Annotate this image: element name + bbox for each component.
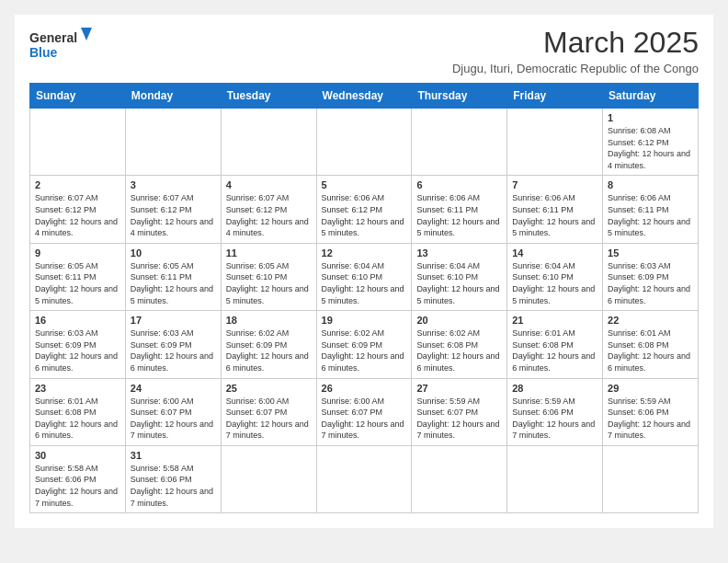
calendar-cell: 16Sunrise: 6:03 AMSunset: 6:09 PMDayligh… [30, 311, 126, 378]
page: GeneralBlue March 2025 Djugu, Ituri, Dem… [15, 15, 713, 528]
calendar-cell: 26Sunrise: 6:00 AMSunset: 6:07 PMDayligh… [316, 378, 412, 445]
day-number: 23 [35, 383, 120, 394]
calendar-cell: 5Sunrise: 6:06 AMSunset: 6:12 PMDaylight… [316, 176, 412, 243]
day-info: Sunrise: 6:05 AMSunset: 6:10 PMDaylight:… [226, 260, 312, 306]
day-info: Sunrise: 6:07 AMSunset: 6:12 PMDaylight:… [35, 192, 120, 238]
weekday-header: Saturday [603, 84, 699, 109]
calendar-cell [316, 445, 412, 512]
day-number: 5 [322, 179, 407, 190]
day-number: 22 [608, 315, 693, 326]
weekday-header: Monday [125, 84, 221, 109]
day-number: 17 [131, 315, 216, 326]
calendar-cell [316, 109, 412, 176]
day-info: Sunrise: 6:05 AMSunset: 6:11 PMDaylight:… [35, 260, 120, 306]
day-number: 8 [608, 179, 693, 190]
calendar-cell: 14Sunrise: 6:04 AMSunset: 6:10 PMDayligh… [507, 243, 603, 310]
month-title: March 2025 [452, 26, 699, 60]
calendar-cell: 13Sunrise: 6:04 AMSunset: 6:10 PMDayligh… [412, 243, 507, 310]
calendar-cell [412, 445, 507, 512]
calendar-table: SundayMondayTuesdayWednesdayThursdayFrid… [29, 83, 699, 513]
calendar-week-row: 30Sunrise: 5:58 AMSunset: 6:06 PMDayligh… [30, 445, 699, 512]
day-number: 2 [35, 179, 120, 190]
day-number: 9 [35, 247, 120, 259]
day-info: Sunrise: 6:08 AMSunset: 6:12 PMDaylight:… [608, 125, 693, 171]
day-number: 7 [512, 179, 597, 190]
day-info: Sunrise: 6:00 AMSunset: 6:07 PMDaylight:… [322, 396, 407, 442]
weekday-header: Wednesday [316, 84, 412, 109]
day-info: Sunrise: 6:04 AMSunset: 6:10 PMDaylight:… [512, 260, 597, 306]
calendar-cell: 3Sunrise: 6:07 AMSunset: 6:12 PMDaylight… [125, 176, 221, 243]
day-info: Sunrise: 6:03 AMSunset: 6:09 PMDaylight:… [35, 327, 120, 373]
calendar-cell: 20Sunrise: 6:02 AMSunset: 6:08 PMDayligh… [412, 311, 507, 378]
calendar-cell [125, 109, 221, 176]
calendar-week-row: 1Sunrise: 6:08 AMSunset: 6:12 PMDaylight… [30, 109, 699, 176]
generalblue-logo-icon: GeneralBlue [29, 26, 94, 63]
calendar-cell: 21Sunrise: 6:01 AMSunset: 6:08 PMDayligh… [507, 311, 603, 378]
calendar-cell [603, 445, 699, 512]
day-info: Sunrise: 6:05 AMSunset: 6:11 PMDaylight:… [131, 260, 216, 306]
calendar-cell [412, 109, 507, 176]
calendar-cell: 12Sunrise: 6:04 AMSunset: 6:10 PMDayligh… [316, 243, 412, 310]
day-number: 16 [35, 315, 120, 326]
calendar-week-row: 16Sunrise: 6:03 AMSunset: 6:09 PMDayligh… [30, 311, 699, 378]
day-number: 19 [322, 315, 407, 326]
calendar-cell: 25Sunrise: 6:00 AMSunset: 6:07 PMDayligh… [221, 378, 316, 445]
calendar-cell: 8Sunrise: 6:06 AMSunset: 6:11 PMDaylight… [603, 176, 699, 243]
day-info: Sunrise: 6:06 AMSunset: 6:11 PMDaylight:… [608, 192, 693, 238]
calendar-cell: 31Sunrise: 5:58 AMSunset: 6:06 PMDayligh… [125, 445, 221, 512]
calendar-cell: 7Sunrise: 6:06 AMSunset: 6:11 PMDaylight… [507, 176, 603, 243]
day-info: Sunrise: 6:01 AMSunset: 6:08 PMDaylight:… [608, 327, 693, 373]
calendar-cell: 29Sunrise: 5:59 AMSunset: 6:06 PMDayligh… [603, 378, 699, 445]
day-number: 27 [416, 383, 502, 394]
day-number: 6 [416, 179, 502, 190]
day-info: Sunrise: 6:02 AMSunset: 6:09 PMDaylight:… [226, 327, 312, 373]
weekday-header: Tuesday [221, 84, 316, 109]
calendar-cell: 23Sunrise: 6:01 AMSunset: 6:08 PMDayligh… [30, 378, 126, 445]
day-number: 13 [416, 247, 502, 259]
day-number: 10 [131, 247, 216, 259]
day-number: 21 [512, 315, 597, 326]
weekday-header: Friday [507, 84, 603, 109]
calendar-cell: 28Sunrise: 5:59 AMSunset: 6:06 PMDayligh… [507, 378, 603, 445]
calendar-week-row: 23Sunrise: 6:01 AMSunset: 6:08 PMDayligh… [30, 378, 699, 445]
calendar-cell: 10Sunrise: 6:05 AMSunset: 6:11 PMDayligh… [125, 243, 221, 310]
calendar-week-row: 2Sunrise: 6:07 AMSunset: 6:12 PMDaylight… [30, 176, 699, 243]
day-info: Sunrise: 5:58 AMSunset: 6:06 PMDaylight:… [35, 463, 120, 509]
day-number: 11 [226, 247, 312, 259]
calendar-cell: 6Sunrise: 6:06 AMSunset: 6:11 PMDaylight… [412, 176, 507, 243]
calendar-cell: 30Sunrise: 5:58 AMSunset: 6:06 PMDayligh… [30, 445, 126, 512]
day-info: Sunrise: 6:07 AMSunset: 6:12 PMDaylight:… [131, 192, 216, 238]
location-subtitle: Djugu, Ituri, Democratic Republic of the… [452, 62, 699, 75]
calendar-cell: 18Sunrise: 6:02 AMSunset: 6:09 PMDayligh… [221, 311, 316, 378]
calendar-cell [221, 445, 316, 512]
day-info: Sunrise: 6:02 AMSunset: 6:08 PMDaylight:… [416, 327, 502, 373]
calendar-cell [507, 109, 603, 176]
day-number: 30 [35, 450, 120, 461]
weekday-header: Sunday [30, 84, 126, 109]
svg-marker-2 [81, 28, 92, 40]
day-number: 14 [512, 247, 597, 259]
day-info: Sunrise: 6:01 AMSunset: 6:08 PMDaylight:… [512, 327, 597, 373]
day-info: Sunrise: 5:58 AMSunset: 6:06 PMDaylight:… [131, 463, 216, 509]
day-info: Sunrise: 6:00 AMSunset: 6:07 PMDaylight:… [226, 396, 312, 442]
calendar-cell: 1Sunrise: 6:08 AMSunset: 6:12 PMDaylight… [603, 109, 699, 176]
day-number: 29 [608, 383, 693, 394]
day-number: 12 [322, 247, 407, 259]
title-block: March 2025 Djugu, Ituri, Democratic Repu… [452, 26, 699, 75]
header: GeneralBlue March 2025 Djugu, Ituri, Dem… [29, 26, 699, 75]
day-info: Sunrise: 5:59 AMSunset: 6:07 PMDaylight:… [416, 396, 502, 442]
calendar-cell: 24Sunrise: 6:00 AMSunset: 6:07 PMDayligh… [125, 378, 221, 445]
day-info: Sunrise: 6:06 AMSunset: 6:11 PMDaylight:… [416, 192, 502, 238]
day-info: Sunrise: 6:03 AMSunset: 6:09 PMDaylight:… [608, 260, 693, 306]
day-info: Sunrise: 6:02 AMSunset: 6:09 PMDaylight:… [322, 327, 407, 373]
calendar-cell: 22Sunrise: 6:01 AMSunset: 6:08 PMDayligh… [603, 311, 699, 378]
day-info: Sunrise: 6:04 AMSunset: 6:10 PMDaylight:… [322, 260, 407, 306]
day-info: Sunrise: 5:59 AMSunset: 6:06 PMDaylight:… [512, 396, 597, 442]
calendar-cell [30, 109, 126, 176]
day-number: 24 [131, 383, 216, 394]
day-info: Sunrise: 5:59 AMSunset: 6:06 PMDaylight:… [608, 396, 693, 442]
calendar-cell: 4Sunrise: 6:07 AMSunset: 6:12 PMDaylight… [221, 176, 316, 243]
calendar-week-row: 9Sunrise: 6:05 AMSunset: 6:11 PMDaylight… [30, 243, 699, 310]
calendar-cell [221, 109, 316, 176]
day-number: 15 [608, 247, 693, 259]
